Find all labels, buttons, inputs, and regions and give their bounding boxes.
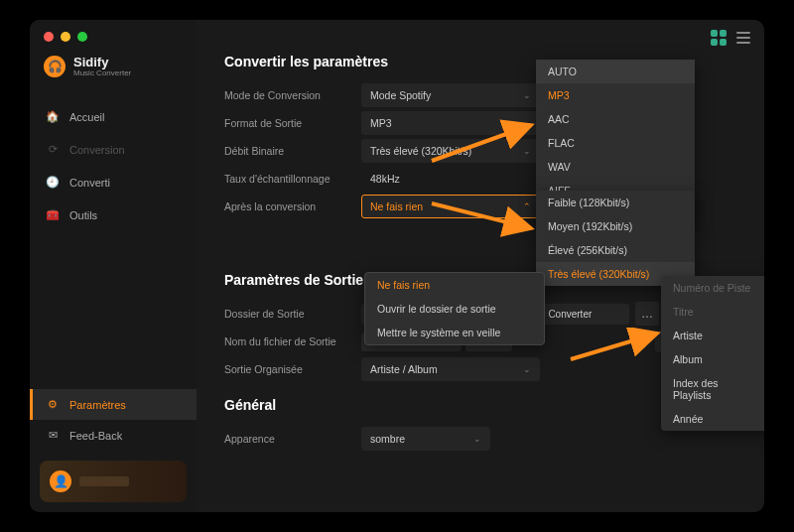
appearance-label: Apparence — [224, 433, 361, 445]
chevron-down-icon: ⌄ — [523, 364, 531, 374]
brand-subtitle: Music Converter — [73, 68, 131, 77]
format-select[interactable]: MP3⌄ — [361, 111, 540, 135]
org-value: Artiste / Album — [370, 363, 438, 375]
refresh-icon: ⟳ — [46, 143, 60, 156]
top-right-controls — [711, 30, 750, 46]
format-option[interactable]: FLAC — [536, 131, 695, 155]
fname-option[interactable]: Année — [661, 407, 764, 431]
sample-label: Taux d'échantillonnage — [224, 173, 361, 185]
bitrate-value: Très élevé (320Kbit/s) — [370, 145, 471, 157]
format-option[interactable]: MP3 — [536, 83, 695, 107]
nav-label: Feed-Back — [69, 430, 122, 442]
nav-feedback[interactable]: ✉Feed-Back — [30, 420, 197, 451]
home-icon: 🏠 — [46, 110, 60, 123]
bitrate-dropdown[interactable]: Faible (128Kbit/s) Moyen (192Kbit/s) Éle… — [536, 191, 695, 286]
brand-name: Sidify — [73, 56, 131, 68]
fname-dropdown[interactable]: Numéro de Piste Titre Artiste Album Inde… — [661, 276, 764, 431]
username-redacted — [79, 476, 129, 486]
format-option[interactable]: WAV — [536, 155, 695, 179]
nav: 🏠Accueil ⟳Conversion 🕘Converti 🧰Outils — [30, 95, 197, 236]
nav-tools[interactable]: 🧰Outils — [30, 200, 197, 230]
after-dropdown[interactable]: Ne fais rien Ouvrir le dossier de sortie… — [364, 272, 545, 345]
fname-option[interactable]: Index des Playlists — [661, 371, 764, 407]
appearance-select[interactable]: sombre⌄ — [361, 427, 490, 451]
nav-label: Conversion — [69, 144, 125, 156]
after-select[interactable]: Ne fais rien⌃ — [361, 195, 540, 218]
nav-label: Paramètres — [69, 399, 126, 411]
gear-icon: ⚙ — [46, 398, 60, 411]
nav-label: Accueil — [69, 111, 104, 123]
fname-option[interactable]: Album — [661, 347, 764, 371]
sidebar: 🎧 Sidify Music Converter 🏠Accueil ⟳Conve… — [30, 20, 197, 512]
close-icon[interactable] — [44, 32, 54, 42]
bitrate-select[interactable]: Très élevé (320Kbit/s)⌄ — [361, 139, 540, 163]
format-option[interactable]: AUTO — [536, 60, 695, 83]
browse-button[interactable]: … — [635, 302, 659, 326]
appearance-value: sombre — [370, 433, 405, 445]
folder-label: Dossier de Sortie — [224, 308, 361, 320]
after-value: Ne fais rien — [370, 200, 423, 212]
chevron-down-icon: ⌄ — [473, 434, 481, 444]
maximize-icon[interactable] — [77, 32, 87, 42]
nav-converted[interactable]: 🕘Converti — [30, 167, 197, 198]
mail-icon: ✉ — [46, 429, 60, 442]
format-label: Format de Sortie — [224, 117, 361, 129]
fname-option[interactable]: Numéro de Piste — [661, 276, 764, 300]
grid-icon[interactable] — [711, 30, 727, 46]
bitrate-option[interactable]: Faible (128Kbit/s) — [536, 191, 695, 214]
chevron-up-icon: ⌃ — [523, 201, 531, 211]
chevron-down-icon: ⌄ — [523, 118, 531, 128]
menu-icon[interactable] — [736, 30, 750, 46]
toolbox-icon: 🧰 — [46, 208, 60, 221]
clock-icon: 🕘 — [46, 176, 60, 189]
minimize-icon[interactable] — [61, 32, 70, 42]
nav-home[interactable]: 🏠Accueil — [30, 101, 197, 132]
fname-option[interactable]: Titre — [661, 300, 764, 324]
after-option[interactable]: Ouvrir le dossier de sortie — [365, 297, 544, 321]
window-controls — [44, 32, 87, 42]
after-label: Après la conversion — [224, 200, 361, 212]
section-general-title: Général — [224, 397, 736, 413]
bitrate-label: Débit Binaire — [224, 145, 361, 157]
brand: 🎧 Sidify Music Converter — [30, 56, 197, 95]
user-card[interactable]: 👤 — [40, 461, 187, 502]
app-logo-icon: 🎧 — [44, 56, 66, 77]
chevron-down-icon: ⌄ — [523, 90, 531, 100]
after-option[interactable]: Ne fais rien — [365, 273, 544, 297]
format-value: MP3 — [370, 117, 392, 129]
nav-label: Converti — [69, 177, 110, 189]
nav-settings[interactable]: ⚙Paramètres — [30, 389, 197, 420]
org-select[interactable]: Artiste / Album⌄ — [361, 357, 540, 381]
avatar-icon: 👤 — [50, 470, 71, 492]
sample-value: 48kHz — [361, 167, 540, 191]
bitrate-option[interactable]: Élevé (256Kbit/s) — [536, 238, 695, 262]
format-option[interactable]: AAC — [536, 107, 695, 131]
bitrate-option[interactable]: Moyen (192Kbit/s) — [536, 214, 695, 238]
org-label: Sortie Organisée — [224, 363, 361, 375]
fname-label: Nom du fichier de Sortie — [224, 335, 361, 347]
mode-value: Mode Spotify — [370, 89, 431, 101]
nav-conversion[interactable]: ⟳Conversion — [30, 134, 197, 165]
fname-option[interactable]: Artiste — [661, 324, 764, 347]
chevron-down-icon: ⌄ — [523, 146, 531, 156]
after-option[interactable]: Mettre le système en veille — [365, 321, 544, 344]
app-window: 🎧 Sidify Music Converter 🏠Accueil ⟳Conve… — [30, 20, 764, 512]
mode-select[interactable]: Mode Spotify⌄ — [361, 83, 540, 107]
mode-label: Mode de Conversion — [224, 89, 361, 101]
nav-label: Outils — [69, 209, 97, 221]
